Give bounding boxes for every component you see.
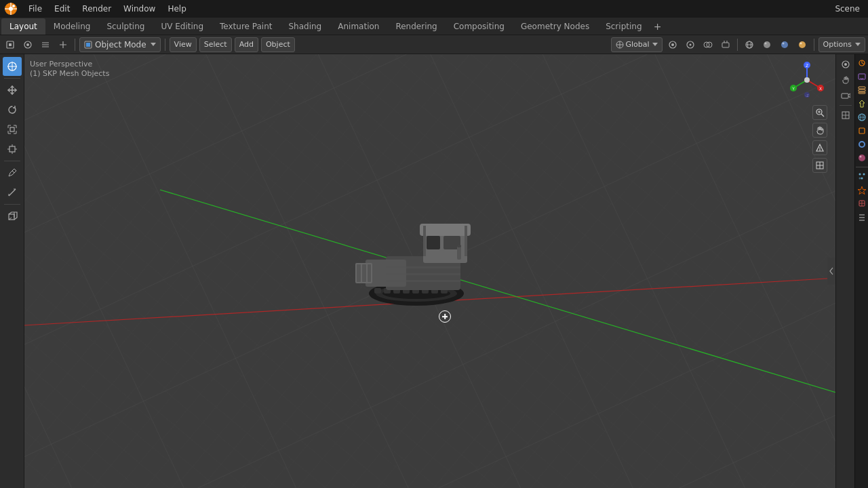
viewport-nav — [812, 105, 827, 173]
object-menu-btn[interactable]: Object — [261, 37, 295, 52]
particles-props-btn[interactable] — [856, 170, 868, 182]
tab-sculpting[interactable]: Sculpting — [98, 18, 153, 35]
svg-point-55 — [804, 77, 810, 83]
tab-modeling[interactable]: Modeling — [45, 18, 99, 35]
tab-scripting[interactable]: Scripting — [597, 18, 650, 35]
material-preview-btn[interactable] — [777, 37, 792, 52]
menu-window[interactable]: Window — [118, 1, 161, 16]
mode-chevron-icon — [151, 43, 156, 46]
toolbar-separator-2 — [165, 39, 165, 51]
properties-panel — [854, 54, 868, 488]
options-btn[interactable]: Options — [818, 37, 865, 52]
add-menu-btn[interactable]: Add — [235, 37, 258, 52]
svg-rect-87 — [423, 226, 426, 256]
material-props-btn[interactable] — [856, 152, 868, 164]
proportional-edit-btn[interactable] — [683, 37, 698, 52]
transform-orientation[interactable]: Global — [611, 37, 662, 52]
grid-view-btn[interactable] — [812, 158, 827, 173]
svg-rect-82 — [368, 264, 371, 282]
measure-tool-btn[interactable] — [3, 183, 22, 202]
physics-props-btn[interactable] — [856, 184, 868, 196]
toolbar-icon-4[interactable] — [56, 37, 71, 52]
left-tool-sep-2 — [4, 161, 20, 161]
menu-render[interactable]: Render — [77, 1, 117, 16]
svg-line-36 — [9, 189, 16, 196]
3d-viewport[interactable]: User Perspective (1) SKP Mesh Objects Z … — [24, 54, 835, 488]
tab-compositing[interactable]: Compositing — [446, 18, 513, 35]
svg-rect-93 — [386, 280, 460, 282]
hand-tool-btn[interactable] — [838, 73, 853, 87]
svg-point-4 — [12, 5, 15, 7]
select-menu-btn[interactable]: Select — [199, 37, 232, 52]
sidebar-collapse-btn[interactable] — [827, 258, 835, 285]
options-label: Options — [823, 40, 852, 49]
add-cube-tool-btn[interactable] — [3, 207, 22, 226]
tab-texture-paint[interactable]: Texture Paint — [212, 18, 280, 35]
move-tool-btn[interactable] — [3, 81, 22, 100]
view-menu-btn[interactable]: View — [170, 37, 197, 52]
annotate-tool-btn[interactable] — [3, 163, 22, 182]
fly-btn[interactable] — [812, 140, 827, 155]
view-sidebar-btn[interactable] — [838, 57, 853, 72]
overlay-btn[interactable] — [701, 37, 715, 52]
svg-point-110 — [859, 156, 861, 158]
tab-geometry-nodes[interactable]: Geometry Nodes — [513, 18, 597, 35]
viewlayer-props-btn[interactable] — [856, 84, 868, 96]
svg-point-13 — [671, 43, 674, 46]
viewport-gizmo[interactable]: Z X Y -Z — [787, 60, 827, 100]
mode-selector[interactable]: Object Mode — [79, 37, 161, 52]
menu-help[interactable]: Help — [162, 1, 191, 16]
rendered-shading-btn[interactable] — [795, 37, 810, 52]
scene-props-btn[interactable] — [856, 98, 868, 110]
toolbar-icon-2[interactable] — [20, 37, 35, 52]
tab-uv-editing[interactable]: UV Editing — [153, 18, 212, 35]
svg-rect-34 — [9, 146, 15, 152]
wireframe-shading-btn[interactable] — [742, 37, 757, 52]
snap-btn[interactable] — [665, 37, 680, 52]
modifier-props-btn[interactable] — [856, 138, 868, 150]
tab-shading[interactable]: Shading — [280, 18, 330, 35]
toolbar-icon-3[interactable] — [38, 37, 53, 52]
add-workspace-button[interactable]: + — [650, 19, 665, 34]
svg-rect-33 — [10, 127, 14, 131]
world-props-btn[interactable] — [856, 111, 868, 123]
transform-tool-btn[interactable] — [3, 140, 22, 159]
svg-rect-102 — [859, 87, 865, 89]
object-data-props-btn[interactable] — [856, 211, 868, 223]
svg-rect-89 — [457, 246, 461, 260]
camera-view-btn[interactable] — [838, 88, 853, 103]
render-props-btn[interactable] — [856, 57, 868, 69]
toolbar-separator-1 — [75, 39, 75, 51]
solid-shading-btn[interactable] — [760, 37, 774, 52]
menu-edit[interactable]: Edit — [49, 1, 75, 16]
left-tool-sep-3 — [4, 204, 20, 205]
tab-rendering[interactable]: Rendering — [387, 18, 445, 35]
rotate-tool-btn[interactable] — [3, 100, 22, 119]
svg-point-28 — [799, 41, 806, 48]
svg-point-113 — [861, 178, 863, 180]
object-props-btn[interactable] — [856, 125, 868, 137]
output-props-btn[interactable] — [856, 70, 868, 83]
svg-rect-18 — [722, 43, 729, 47]
constraints-props-btn[interactable] — [856, 197, 868, 209]
toolbar-right: Global Options — [611, 37, 865, 52]
mode-label: Object Mode — [95, 40, 146, 49]
tab-layout[interactable]: Layout — [1, 18, 45, 35]
cursor-tool-btn[interactable] — [3, 57, 22, 76]
scale-tool-btn[interactable] — [3, 120, 22, 139]
menu-file[interactable]: File — [23, 1, 47, 16]
svg-rect-85 — [427, 236, 440, 249]
svg-point-109 — [859, 155, 865, 161]
grab-hand-btn[interactable] — [812, 123, 827, 138]
xray-btn[interactable] — [718, 37, 733, 52]
grid-view-sidebar-btn[interactable] — [838, 108, 853, 123]
zoom-in-btn[interactable] — [812, 105, 827, 120]
svg-rect-103 — [859, 89, 865, 92]
svg-point-25 — [764, 42, 766, 44]
svg-rect-84 — [420, 224, 471, 236]
svg-rect-108 — [859, 128, 865, 134]
toolbar-icon-1[interactable] — [3, 37, 18, 52]
tab-animation[interactable]: Animation — [330, 18, 387, 35]
svg-point-27 — [782, 42, 784, 44]
svg-point-114 — [859, 178, 861, 180]
